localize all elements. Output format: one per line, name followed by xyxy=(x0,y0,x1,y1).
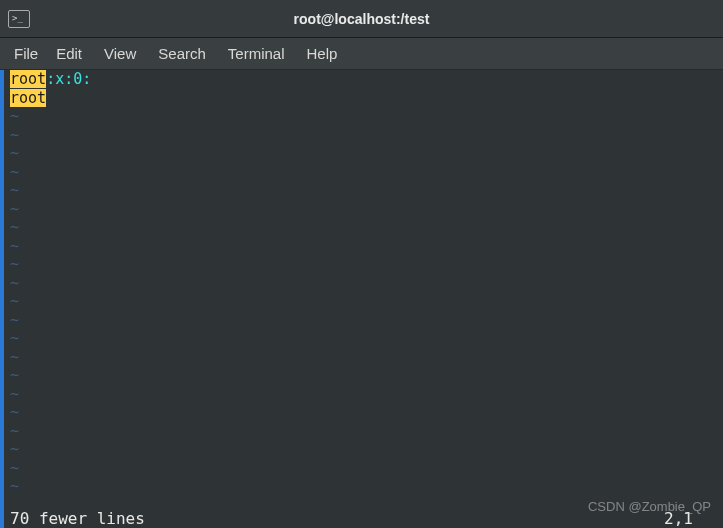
editor-line-2: root xyxy=(4,89,723,108)
tilde-line: ~ xyxy=(4,292,723,311)
tilde-line: ~ xyxy=(4,126,723,145)
tilde-line: ~ xyxy=(4,274,723,293)
tilde-line: ~ xyxy=(4,144,723,163)
tilde-line: ~ xyxy=(4,107,723,126)
line1-text: :x:0: xyxy=(46,70,91,88)
tilde-line: ~ xyxy=(4,348,723,367)
tilde-line: ~ xyxy=(4,440,723,459)
tilde-line: ~ xyxy=(4,403,723,422)
tilde-line: ~ xyxy=(4,459,723,478)
prompt-glyph: >_ xyxy=(12,14,23,23)
tilde-line: ~ xyxy=(4,311,723,330)
tilde-line: ~ xyxy=(4,255,723,274)
tilde-line: ~ xyxy=(4,366,723,385)
tilde-line: ~ xyxy=(4,163,723,182)
menu-view[interactable]: View xyxy=(104,45,136,62)
menu-edit[interactable]: Edit xyxy=(56,45,82,62)
menu-terminal[interactable]: Terminal xyxy=(228,45,285,62)
tilde-line: ~ xyxy=(4,200,723,219)
tilde-line: ~ xyxy=(4,218,723,237)
search-highlight: root xyxy=(10,70,46,88)
tilde-line: ~ xyxy=(4,329,723,348)
tilde-line: ~ xyxy=(4,181,723,200)
status-message: 70 fewer lines xyxy=(4,510,723,529)
cursor-position: 2,1 xyxy=(664,510,693,529)
menu-file[interactable]: File xyxy=(14,45,38,62)
empty-lines: ~~~~~~~~~~~~~~~~~~~~~ xyxy=(4,107,723,496)
title-bar: >_ root@localhost:/test xyxy=(0,0,723,38)
menu-help[interactable]: Help xyxy=(307,45,338,62)
tilde-line: ~ xyxy=(4,237,723,256)
menu-bar: File Edit View Search Terminal Help xyxy=(0,38,723,70)
window-title: root@localhost:/test xyxy=(34,11,689,27)
menu-search[interactable]: Search xyxy=(158,45,206,62)
terminal-body[interactable]: root:x:0: root ~~~~~~~~~~~~~~~~~~~~~ 70 … xyxy=(0,70,723,528)
tilde-line: ~ xyxy=(4,385,723,404)
terminal-icon: >_ xyxy=(8,10,30,28)
tilde-line: ~ xyxy=(4,422,723,441)
tilde-line: ~ xyxy=(4,477,723,496)
editor-line-1: root:x:0: xyxy=(4,70,723,89)
search-highlight: root xyxy=(10,89,46,107)
